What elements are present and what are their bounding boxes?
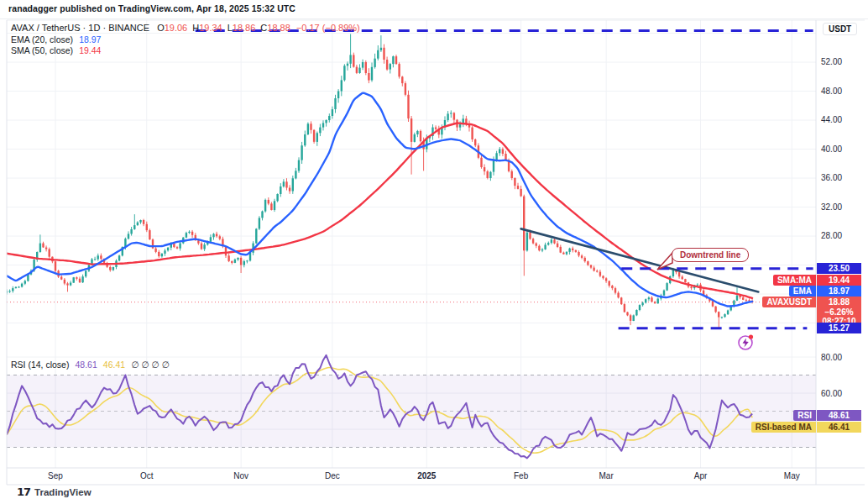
price-tick-40.00: 40.00 [821,144,842,154]
tag-name-sma-ma: SMA:MA [773,275,816,286]
tradingview-published-chart: ranadagger published on TradingView.com,… [0,0,868,504]
legend-ohlc-c: C18.88 [260,23,290,33]
tag-name-avaxusdt: AVAXUSDT [762,297,816,307]
time-axis-2025[interactable]: 2025 [412,471,441,480]
price-tick-52.00: 52.00 [821,57,842,66]
rsi-legend-label: RSI (14, close) [11,360,69,370]
flash-marker-icon[interactable] [736,333,755,351]
tag-name-rsi-based-ma: RSI-based MA [751,422,816,433]
price-tick-28.00: 28.00 [821,231,842,240]
ema-legend-value: 18.97 [79,34,101,45]
legend-symbol-line[interactable]: AVAX / TetherUS · 1D · BINANCE O19.06H19… [11,23,360,33]
legend-symbol: AVAX / TetherUS · 1D · BINANCE [11,23,149,33]
ema-legend-label: EMA (20, close) [11,34,73,45]
tag-value-18.97: 18.97 [817,286,861,297]
tradingview-logo-text: TradingView [34,487,92,497]
price-axis-currency[interactable]: USDT [823,23,857,35]
price-tick-36.00: 36.00 [821,173,842,182]
tag-value-19.44: 19.44 [817,275,861,286]
sma-legend-value: 19.44 [79,45,101,55]
tag-value-46.41: 46.41 [817,422,861,433]
tag-name-rsi: RSI [793,410,816,421]
price-tick-48.00: 48.00 [821,87,842,96]
time-axis-Oct[interactable]: Oct [133,471,161,480]
legend-ohlc-h: H19.34 [192,23,222,33]
rsi-ma-legend-value: 46.41 [103,360,125,370]
time-axis-Mar[interactable]: Mar [592,471,620,480]
rsi-tick-60.00: 60.00 [821,389,842,398]
tag-value-48.61: 48.61 [817,410,861,421]
tag-value-15.27: 15.27 [817,323,861,333]
time-axis-Sep[interactable]: Sep [41,471,70,480]
tag-name-ema: EMA [789,286,816,297]
legend-ema-line[interactable]: EMA (20, close) 18.97 [11,34,101,45]
tradingview-logo-icon: 17 [17,486,30,498]
legend-sma-line[interactable]: SMA (50, close) 19.44 [11,45,101,55]
price-tick-32.00: 32.00 [821,202,842,212]
legend-change: −0.17 (−0.89%) [296,23,360,33]
rsi-legend-value: 48.61 [76,360,97,370]
downtrend-annotation[interactable]: Downtrend line [672,248,749,262]
time-axis-Dec[interactable]: Dec [318,471,347,480]
time-axis-May[interactable]: May [777,471,806,480]
legend-rsi-line[interactable]: RSI (14, close) 48.61 46.41 ∅ ∅ ∅ ∅ [11,360,170,370]
time-axis-Nov[interactable]: Nov [227,471,255,480]
price-tick-44.00: 44.00 [821,115,842,124]
legend-ohlc-o: O19.06 [157,23,187,33]
rsi-tick-80.00: 80.00 [821,353,842,362]
tradingview-logo[interactable]: 17 TradingView [17,486,92,498]
legend-ohlc: O19.06H19.34L18.86C18.88 [152,23,290,33]
time-axis-Apr[interactable]: Apr [687,471,715,480]
tag-value-23.50: 23.50 [817,263,861,274]
sma-legend-label: SMA (50, close) [11,45,73,55]
rsi-legend-empty-values: ∅ ∅ ∅ ∅ [131,360,169,370]
legend-ohlc-l: L18.86 [227,23,256,33]
time-axis-Feb[interactable]: Feb [507,471,536,480]
